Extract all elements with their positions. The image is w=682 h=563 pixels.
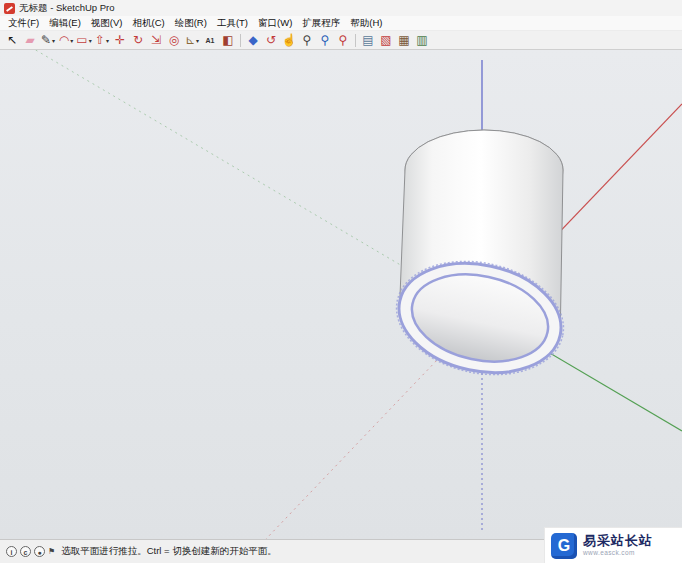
styles-icon: ▥ xyxy=(416,34,427,46)
model-canvas[interactable] xyxy=(0,50,682,539)
navigation-tool[interactable]: ◆ xyxy=(244,32,262,49)
zoom-icon: ⚲ xyxy=(303,34,312,46)
menu-item-1[interactable]: 文件(F) xyxy=(3,16,44,31)
credits-icon[interactable]: c xyxy=(20,546,31,557)
shapes-tool[interactable]: ▭▾ xyxy=(75,32,93,49)
easck-logo-icon: G xyxy=(551,533,577,559)
styles-tool[interactable]: ▥ xyxy=(413,32,431,49)
move-icon: ✛ xyxy=(115,34,125,46)
watermark-title: 易采站长站 xyxy=(583,534,653,549)
line-icon: ✎ xyxy=(41,34,51,46)
section-plane-icon: ▤ xyxy=(362,34,373,46)
move-tool[interactable]: ✛ xyxy=(111,32,129,49)
pan-icon: ☝ xyxy=(282,34,297,46)
materials-tool[interactable]: ▦ xyxy=(395,32,413,49)
dropdown-arrow-icon[interactable]: ▾ xyxy=(52,37,55,44)
components-icon: ▧ xyxy=(380,34,391,46)
pan-tool[interactable]: ☝ xyxy=(280,32,298,49)
title-bar[interactable]: 无标题 - SketchUp Pro xyxy=(0,0,682,16)
cylinder-model[interactable] xyxy=(386,130,574,389)
watermark-easck: G 易采站长站 www.easck.com xyxy=(544,527,682,563)
dropdown-arrow-icon[interactable]: ▾ xyxy=(196,37,199,44)
offset-tool[interactable]: ◎ xyxy=(165,32,183,49)
shapes-icon: ▭ xyxy=(76,34,87,46)
scale-icon: ⇲ xyxy=(151,34,161,46)
push-pull-icon: ⇧ xyxy=(95,34,105,46)
navigation-icon: ◆ xyxy=(248,34,257,46)
info-icon[interactable]: i xyxy=(6,546,17,557)
toolbar-separator xyxy=(240,34,241,47)
text-tool[interactable]: A1 xyxy=(201,32,219,49)
tape-measure-icon: ⊾ xyxy=(185,34,195,46)
select-tool[interactable]: ↖ xyxy=(3,32,21,49)
text-icon: A1 xyxy=(206,37,215,44)
zoom-tool[interactable]: ⚲ xyxy=(298,32,316,49)
menu-item-9[interactable]: 帮助(H) xyxy=(345,16,387,31)
zoom-window-icon: ⚲ xyxy=(321,34,330,46)
zoom-extents-icon: ⚲ xyxy=(339,34,348,46)
offset-icon: ◎ xyxy=(169,34,179,46)
window-title: 无标题 - SketchUp Pro xyxy=(19,2,115,15)
menu-item-5[interactable]: 绘图(R) xyxy=(170,16,212,31)
zoom-window-tool[interactable]: ⚲ xyxy=(316,32,334,49)
sketchup-logo-icon xyxy=(4,3,15,14)
sketchup-window: 无标题 - SketchUp Pro 文件(F)编辑(E)视图(V)相机(C)绘… xyxy=(0,0,682,563)
dropdown-arrow-icon[interactable]: ▾ xyxy=(89,37,92,44)
paint-bucket-tool[interactable]: ◧ xyxy=(219,32,237,49)
status-message: 选取平面进行推拉。Ctrl = 切换创建新的开始平面。 xyxy=(61,545,277,558)
viewport-3d[interactable] xyxy=(0,50,682,539)
scale-tool[interactable]: ⇲ xyxy=(147,32,165,49)
components-tool[interactable]: ▧ xyxy=(377,32,395,49)
menu-item-7[interactable]: 窗口(W) xyxy=(253,16,297,31)
menu-item-3[interactable]: 视图(V) xyxy=(86,16,128,31)
orbit-icon: ↺ xyxy=(266,34,276,46)
materials-icon: ▦ xyxy=(398,34,409,46)
menu-item-6[interactable]: 工具(T) xyxy=(212,16,253,31)
zoom-extents-tool[interactable]: ⚲ xyxy=(334,32,352,49)
dropdown-arrow-icon[interactable]: ▾ xyxy=(106,37,109,44)
watermark-text: 易采站长站 www.easck.com xyxy=(583,534,653,556)
orbit-tool[interactable]: ↺ xyxy=(262,32,280,49)
rotate-icon: ↻ xyxy=(133,34,143,46)
dropdown-arrow-icon[interactable]: ▾ xyxy=(70,37,73,44)
menu-item-8[interactable]: 扩展程序 xyxy=(297,16,345,31)
push-pull-tool[interactable]: ⇧▾ xyxy=(93,32,111,49)
toolbar: ↖▰✎▾◠▾▭▾⇧▾✛↻⇲◎⊾▾A1◧◆↺☝⚲⚲⚲▤▧▦▥ xyxy=(0,31,682,50)
user-icon[interactable]: ● xyxy=(34,546,45,557)
toolbar-separator xyxy=(355,34,356,47)
geolocation-icon[interactable]: ⚑ xyxy=(48,546,55,557)
eraser-tool[interactable]: ▰ xyxy=(21,32,39,49)
section-plane-tool[interactable]: ▤ xyxy=(359,32,377,49)
arc-tool[interactable]: ◠▾ xyxy=(57,32,75,49)
menu-item-4[interactable]: 相机(C) xyxy=(127,16,169,31)
menu-item-2[interactable]: 编辑(E) xyxy=(44,16,86,31)
tape-measure-tool[interactable]: ⊾▾ xyxy=(183,32,201,49)
paint-bucket-icon: ◧ xyxy=(222,34,233,46)
watermark-subtitle: www.easck.com xyxy=(583,549,653,556)
menu-bar: 文件(F)编辑(E)视图(V)相机(C)绘图(R)工具(T)窗口(W)扩展程序帮… xyxy=(0,16,682,31)
status-icons: ic●⚑ xyxy=(6,546,55,557)
eraser-icon: ▰ xyxy=(25,34,34,46)
arc-icon: ◠ xyxy=(59,34,69,46)
line-tool[interactable]: ✎▾ xyxy=(39,32,57,49)
rotate-tool[interactable]: ↻ xyxy=(129,32,147,49)
select-icon: ↖ xyxy=(7,34,17,46)
